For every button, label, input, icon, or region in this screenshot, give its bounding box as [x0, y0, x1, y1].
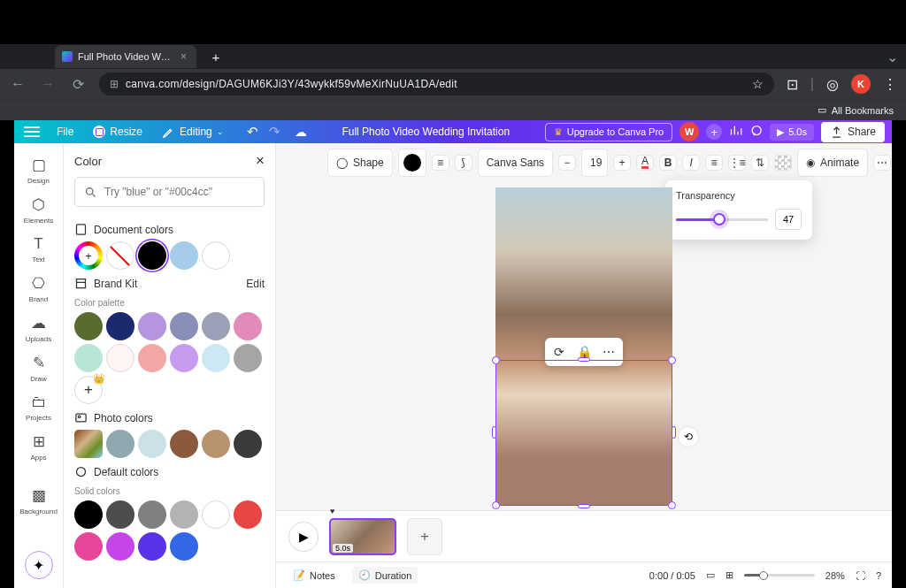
color-swatch[interactable] — [74, 312, 103, 340]
color-swatch[interactable] — [234, 500, 262, 529]
address-bar[interactable]: ⊞ canva.com/design/DAGUM6KJi3Y/43wykkf59… — [99, 73, 774, 95]
shape-button[interactable]: ◯ Shape — [327, 149, 393, 177]
upgrade-button[interactable]: ♛ Upgrade to Canva Pro — [545, 123, 672, 141]
reload-icon[interactable]: ⟳ — [69, 75, 87, 93]
share-button[interactable]: Share — [821, 122, 885, 142]
nav-uploads[interactable]: ☁Uploads — [14, 310, 63, 347]
zoom-slider[interactable] — [744, 574, 815, 577]
color-search-input[interactable] — [104, 186, 255, 198]
no-color-swatch[interactable] — [106, 241, 134, 270]
color-swatch[interactable] — [170, 430, 198, 458]
resize-button[interactable]: Resize — [88, 123, 148, 141]
color-swatch[interactable] — [106, 312, 134, 340]
resize-handle[interactable] — [668, 501, 676, 509]
back-icon[interactable]: ← — [9, 75, 27, 93]
extension-icon[interactable]: ◎ — [826, 76, 839, 93]
color-swatch[interactable] — [74, 500, 103, 529]
resize-handle[interactable] — [578, 504, 590, 508]
page-thumbnail[interactable]: 5.0s — [329, 518, 396, 555]
add-color-button[interactable]: + — [74, 241, 103, 270]
color-swatch[interactable] — [170, 532, 198, 561]
play-timeline-button[interactable]: ▶ — [288, 522, 319, 552]
resize-handle[interactable] — [672, 426, 676, 439]
duration-button[interactable]: 🕘 Duration — [352, 567, 418, 584]
magic-button[interactable]: ✦ — [25, 551, 53, 579]
color-swatch[interactable] — [234, 430, 262, 458]
design-page[interactable]: ⟳ 🔒 ⋯ ⟲ — [495, 187, 672, 506]
slider-thumb[interactable] — [713, 213, 726, 225]
border-weight-button[interactable]: ≡ — [432, 155, 449, 171]
nav-text[interactable]: TText — [14, 232, 63, 267]
nav-background[interactable]: ▩Background — [14, 483, 63, 519]
color-swatch[interactable] — [74, 532, 103, 561]
transparency-slider[interactable] — [676, 218, 768, 221]
color-swatch[interactable] — [170, 344, 198, 372]
nav-brand[interactable]: ⎔Brand — [14, 271, 63, 307]
color-swatch[interactable] — [202, 344, 230, 372]
present-button[interactable]: ▶ 5.0s — [770, 124, 814, 141]
resize-handle[interactable] — [492, 356, 500, 364]
list-button[interactable]: ⋮≡ — [728, 155, 746, 171]
user-avatar[interactable]: W — [680, 122, 699, 141]
resize-handle[interactable] — [492, 501, 500, 509]
italic-button[interactable]: I — [682, 155, 700, 171]
profile-avatar[interactable]: K — [851, 74, 871, 94]
analytics-icon[interactable] — [729, 124, 742, 140]
color-search[interactable] — [74, 177, 265, 207]
color-swatch[interactable] — [234, 344, 262, 372]
tab-close-icon[interactable]: × — [178, 51, 189, 63]
kebab-menu-icon[interactable]: ⋮ — [883, 76, 897, 93]
grid-view-icon[interactable]: ⊞ — [726, 569, 733, 581]
nav-design[interactable]: ▢Design — [14, 152, 63, 188]
color-swatch[interactable] — [170, 312, 198, 340]
color-swatch[interactable] — [202, 430, 230, 458]
nav-elements[interactable]: ⬡Elements — [14, 192, 63, 228]
more-button[interactable]: ⋯ — [873, 155, 891, 171]
site-settings-icon[interactable]: ⊞ — [110, 78, 119, 90]
editing-mode-button[interactable]: Editing ⌄ — [157, 123, 229, 141]
transparency-button[interactable] — [774, 155, 792, 171]
help-icon[interactable]: ? — [876, 570, 881, 581]
color-swatch[interactable] — [138, 500, 166, 529]
color-swatch[interactable] — [138, 241, 166, 270]
zoom-value[interactable]: 28% — [825, 570, 845, 581]
photo-thumbnail[interactable] — [74, 430, 103, 458]
pages-view-icon[interactable]: ▭ — [706, 569, 715, 581]
nav-draw[interactable]: ✎Draw — [14, 350, 63, 386]
nav-projects[interactable]: 🗀Projects — [14, 390, 63, 425]
document-title[interactable]: Full Photo Video Wedding Invitation — [342, 126, 510, 138]
color-swatch[interactable] — [106, 532, 134, 561]
rotate-handle[interactable]: ⟲ — [678, 426, 699, 447]
spacing-button[interactable]: ⇅ — [751, 155, 769, 171]
color-swatch[interactable] — [138, 430, 166, 458]
align-button[interactable]: ≡ — [705, 155, 723, 171]
color-swatch[interactable] — [138, 312, 166, 340]
color-swatch[interactable] — [202, 500, 230, 529]
bold-button[interactable]: B — [659, 155, 677, 171]
fullscreen-icon[interactable]: ⛶ — [856, 570, 865, 581]
color-swatch[interactable] — [106, 430, 134, 458]
text-color-button[interactable]: A — [636, 155, 654, 171]
color-swatch[interactable] — [202, 312, 230, 340]
edit-brand-link[interactable]: Edit — [246, 278, 265, 290]
font-size-plus[interactable]: + — [613, 155, 631, 171]
menu-button[interactable] — [21, 123, 42, 141]
chevron-down-icon[interactable]: ⌄ — [883, 48, 901, 65]
fill-color-button[interactable] — [398, 149, 426, 177]
all-bookmarks-button[interactable]: ▭ All Bookmarks — [818, 104, 894, 116]
redo-icon[interactable]: ↷ — [269, 124, 280, 140]
cloud-sync-icon[interactable]: ☁ — [295, 125, 307, 139]
color-swatch[interactable] — [170, 241, 198, 270]
add-brand-color[interactable]: +👑 — [74, 376, 103, 404]
color-swatch[interactable] — [202, 241, 230, 270]
browser-tab[interactable]: Full Photo Video Wedding Invitation × — [55, 45, 196, 68]
font-size-minus[interactable]: − — [558, 155, 576, 171]
transparency-value[interactable]: 47 — [775, 209, 802, 230]
animate-button[interactable]: ◉ Animate — [797, 149, 868, 177]
resize-handle[interactable] — [578, 357, 590, 362]
zoom-thumb[interactable] — [759, 571, 768, 580]
font-select[interactable]: Canva Sans — [478, 149, 553, 177]
add-collaborator-button[interactable]: + — [706, 124, 722, 140]
color-swatch[interactable] — [74, 344, 103, 372]
notes-button[interactable]: 📝 Notes — [287, 567, 342, 584]
